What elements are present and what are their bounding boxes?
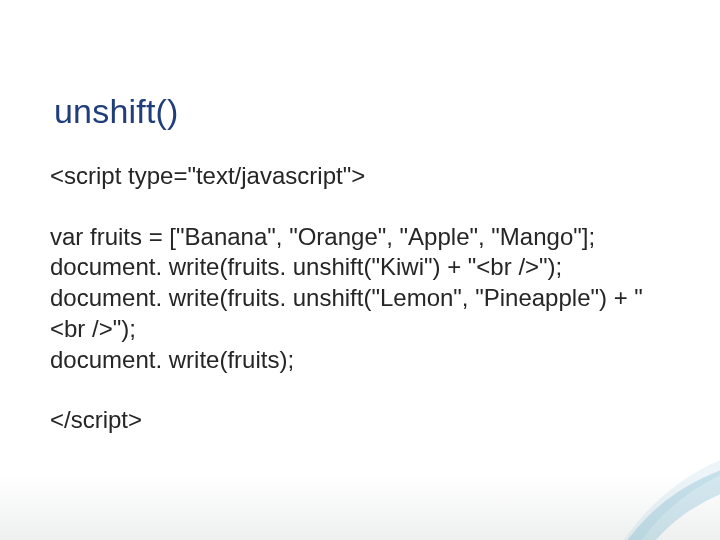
slide-title: unshift() (54, 92, 670, 131)
code-line-3: document. write(fruits. unshift("Lemon",… (50, 283, 670, 344)
slide-body: <script type="text/javascript"> var frui… (50, 161, 670, 436)
code-line-1: var fruits = ["Banana", "Orange", "Apple… (50, 222, 670, 253)
decorative-arc-corner (570, 430, 720, 540)
code-open-tag: <script type="text/javascript"> (50, 161, 670, 192)
code-line-4: document. write(fruits); (50, 345, 670, 376)
code-line-2: document. write(fruits. unshift("Kiwi") … (50, 252, 670, 283)
